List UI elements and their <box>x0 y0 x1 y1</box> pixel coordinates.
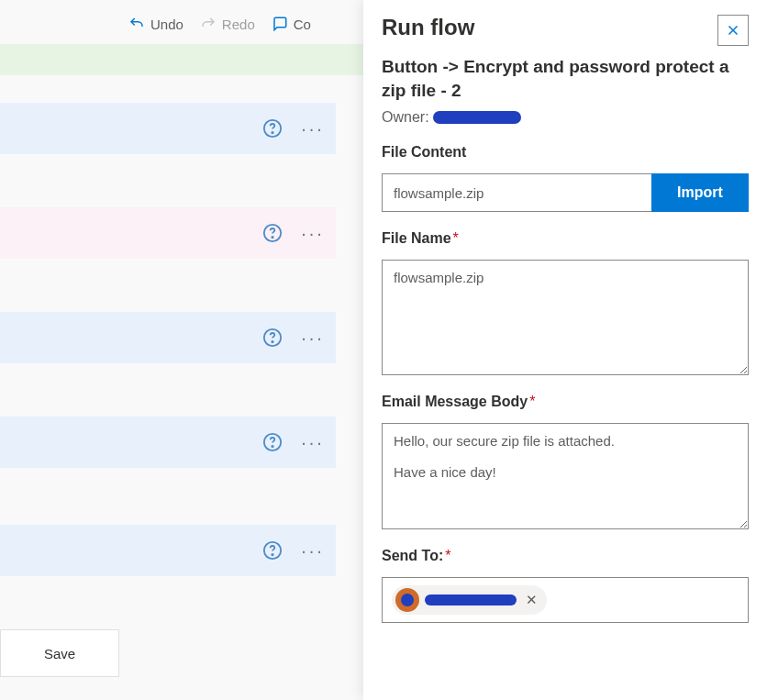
undo-icon <box>128 16 145 32</box>
send-to-input[interactable]: ✕ <box>382 577 749 623</box>
file-content-input[interactable] <box>382 173 651 212</box>
step-more-button[interactable]: ··· <box>299 223 327 244</box>
file-name-label: File Name* <box>382 230 749 247</box>
run-flow-panel: Run flow Button -> Encrypt and password … <box>363 0 767 700</box>
recipient-redacted <box>425 594 517 606</box>
help-icon[interactable] <box>262 328 283 348</box>
import-label: Import <box>677 184 723 201</box>
required-asterisk: * <box>529 394 535 409</box>
close-button[interactable] <box>717 15 749 46</box>
owner-redacted <box>433 111 521 124</box>
success-banner <box>0 44 363 75</box>
help-icon[interactable] <box>262 432 283 452</box>
comments-label: Co <box>294 17 311 32</box>
comment-icon <box>272 16 288 32</box>
file-name-input[interactable] <box>382 260 749 375</box>
svg-point-9 <box>272 554 272 555</box>
svg-point-7 <box>272 446 272 447</box>
flow-step-3[interactable]: ··· <box>0 312 336 363</box>
panel-title: Run flow <box>382 15 474 40</box>
step-more-button[interactable]: ··· <box>299 328 327 349</box>
undo-label: Undo <box>150 17 183 32</box>
required-asterisk: * <box>445 548 450 563</box>
file-content-row: Import <box>382 173 749 212</box>
close-icon <box>725 22 741 39</box>
save-button[interactable]: Save <box>0 629 119 677</box>
remove-recipient-button[interactable]: ✕ <box>526 592 538 608</box>
redo-label: Redo <box>222 17 255 32</box>
owner-label: Owner: <box>382 109 429 126</box>
help-icon[interactable] <box>262 540 283 561</box>
step-more-button[interactable]: ··· <box>299 118 327 139</box>
required-asterisk: * <box>453 230 459 246</box>
redo-button[interactable]: Redo <box>200 16 255 32</box>
email-body-label: Email Message Body* <box>382 394 749 410</box>
svg-point-3 <box>272 237 272 238</box>
help-icon[interactable] <box>262 223 283 243</box>
avatar <box>395 588 419 612</box>
email-body-input[interactable] <box>382 423 749 529</box>
undo-button[interactable]: Undo <box>128 16 183 32</box>
panel-subtitle: Button -> Encrypt and password protect a… <box>382 55 749 102</box>
recipient-pill: ✕ <box>392 585 547 615</box>
help-icon[interactable] <box>262 118 283 139</box>
step-more-button[interactable]: ··· <box>299 540 327 561</box>
comments-button[interactable]: Co <box>272 16 311 32</box>
flow-step-2[interactable]: view) ··· <box>0 207 336 259</box>
svg-point-5 <box>272 341 272 342</box>
import-button[interactable]: Import <box>651 173 749 212</box>
redo-icon <box>200 16 217 32</box>
file-content-label: File Content <box>382 144 749 161</box>
send-to-label: Send To:* <box>382 548 749 564</box>
flow-step-5[interactable]: ··· <box>0 525 336 576</box>
flow-step-1[interactable]: ··· <box>0 103 336 154</box>
flow-step-4[interactable]: ··· <box>0 417 336 468</box>
owner-row: Owner: <box>382 109 749 126</box>
save-label: Save <box>44 646 75 661</box>
designer-toolbar: Undo Redo Co <box>128 7 311 40</box>
step-more-button[interactable]: ··· <box>299 432 327 453</box>
svg-point-1 <box>272 132 272 133</box>
